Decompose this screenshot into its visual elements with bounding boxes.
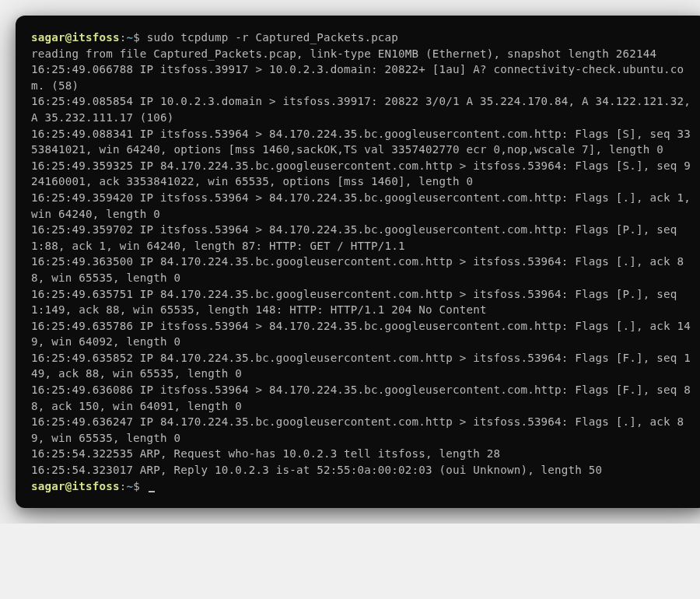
prompt-path: ~ — [126, 31, 133, 44]
prompt-user-host-2: sagar@itsfoss — [31, 480, 120, 492]
output-block: reading from file Captured_Packets.pcap,… — [31, 47, 698, 476]
command-text: sudo tcpdump -r Captured_Packets.pcap — [147, 31, 398, 44]
terminal-window[interactable]: sagar@itsfoss:~$ sudo tcpdump -r Capture… — [16, 16, 700, 508]
prompt-line-1: sagar@itsfoss:~$ sudo tcpdump -r Capture… — [31, 31, 398, 44]
prompt-symbol-2: $ — [133, 480, 140, 492]
cursor — [149, 479, 155, 492]
prompt-symbol: $ — [133, 31, 140, 44]
prompt-user-host: sagar@itsfoss — [31, 31, 120, 44]
prompt-path-2: ~ — [126, 480, 133, 492]
prompt-line-2: sagar@itsfoss:~$ — [31, 480, 155, 492]
terminal-content[interactable]: sagar@itsfoss:~$ sudo tcpdump -r Capture… — [31, 30, 692, 494]
